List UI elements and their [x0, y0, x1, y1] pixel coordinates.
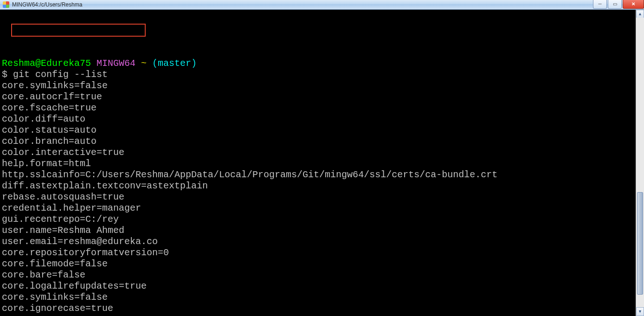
maximize-button[interactable]: ▭ [608, 0, 622, 9]
output-line: core.repositoryformatversion=0 [2, 247, 644, 258]
output-line: credential.helper=manager [2, 203, 644, 214]
prompt-line-1: Reshma@Edureka75 MINGW64 ~ (master) [2, 58, 644, 69]
titlebar-left: MINGW64:/c/Users/Reshma [0, 1, 82, 8]
output-line: core.bare=false [2, 270, 644, 281]
blank-line [2, 314, 644, 316]
output-line: color.status=auto [2, 125, 644, 136]
scroll-down-button[interactable]: ▼ [636, 307, 644, 316]
output-line: diff.astextplain.textconv=astextplain [2, 181, 644, 192]
chevron-up-icon: ▲ [639, 12, 641, 17]
output-line: color.diff=auto [2, 114, 644, 125]
output-line: core.symlinks=false [2, 80, 644, 91]
output-line: gui.recentrepo=C:/rey [2, 214, 644, 225]
output-line: user.email=reshma@edureka.co [2, 236, 644, 247]
prompt-host: MINGW64 [97, 58, 135, 69]
command-highlight-box [11, 24, 146, 37]
chevron-down-icon: ▼ [639, 310, 641, 314]
output-line: http.sslcainfo=C:/Users/Reshma/AppData/L… [2, 169, 644, 181]
output-line: rebase.autosquash=true [2, 192, 644, 203]
output-line: color.interactive=true [2, 147, 644, 158]
prompt-user: Reshma@Edureka75 [2, 58, 91, 69]
terminal[interactable]: Reshma@Edureka75 MINGW64 ~ (master)$ git… [0, 10, 644, 316]
prompt-tilde: ~ [141, 58, 147, 69]
output-line: core.autocrlf=true [2, 91, 644, 103]
minimize-button[interactable]: ─ [593, 0, 607, 9]
maximize-icon: ▭ [613, 2, 617, 6]
output-line: core.filemode=false [2, 258, 644, 270]
output-line: core.logallrefupdates=true [2, 281, 644, 292]
scroll-thumb[interactable] [637, 192, 643, 295]
close-button[interactable]: ✕ [623, 0, 644, 9]
typed-command: git config --list [13, 69, 108, 80]
window-title: MINGW64:/c/Users/Reshma [12, 1, 82, 8]
app-icon [3, 1, 9, 8]
close-icon: ✕ [631, 2, 635, 6]
prompt-dollar: $ [2, 69, 7, 80]
output-line: core.fscache=true [2, 103, 644, 114]
window-titlebar: MINGW64:/c/Users/Reshma ─ ▭ ✕ [0, 0, 644, 10]
output-line: core.ignorecase=true [2, 303, 644, 314]
scroll-track[interactable] [636, 18, 644, 308]
output-line: core.symlinks=false [2, 292, 644, 303]
output-line: help.format=html [2, 158, 644, 169]
vertical-scrollbar[interactable]: ▲ ▼ [636, 10, 644, 316]
command-line: $ git config --list [2, 69, 644, 80]
minimize-icon: ─ [598, 2, 601, 6]
output-line: color.branch=auto [2, 136, 644, 147]
window-controls: ─ ▭ ✕ [593, 0, 644, 9]
prompt-branch: (master) [152, 58, 197, 69]
output-line: user.name=Reshma Ahmed [2, 225, 644, 236]
